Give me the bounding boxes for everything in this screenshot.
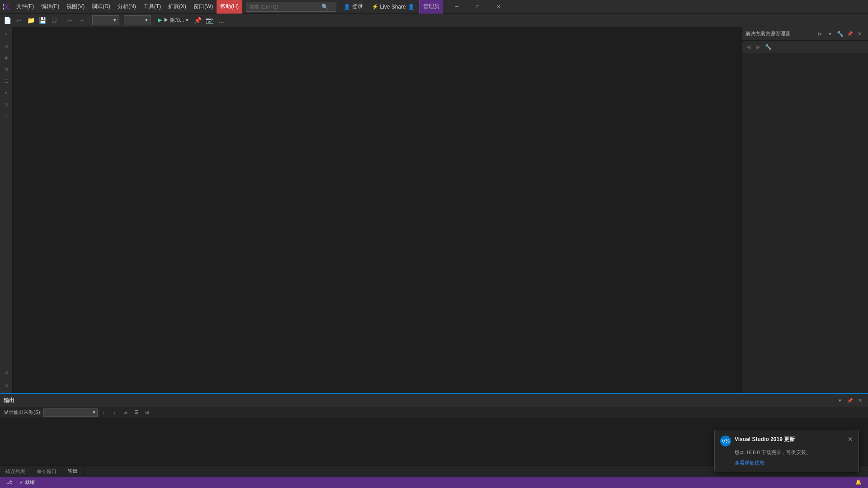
toolbar-camera[interactable]: 📷 — [204, 15, 215, 26]
toolbar-pin[interactable]: 📌 — [192, 15, 203, 26]
sidebar-icon-3[interactable]: ◉ — [1, 52, 12, 63]
notif-vs-icon: VS — [720, 436, 731, 446]
live-share-button[interactable]: ⚡ Live Share 👤 — [367, 0, 419, 14]
status-ready[interactable]: ✓ 就绪 — [17, 477, 38, 488]
sidebar-icon-7[interactable]: ⊟ — [1, 99, 12, 110]
output-toolbar-btn1[interactable]: ↑ — [99, 408, 108, 417]
run-icon: ▶ — [158, 17, 162, 23]
platform-chevron: ▾ — [145, 17, 148, 23]
search-icon[interactable]: 🔍 — [321, 4, 328, 10]
toolbar-open[interactable]: 📁 — [25, 15, 36, 26]
notif-action-link[interactable]: 查看详细信息 — [735, 460, 764, 465]
notif-action: 查看详细信息 — [735, 460, 853, 466]
sidebar-icon-bottom-2[interactable]: ⊞ — [1, 380, 12, 391]
output-controls: ▾ 📌 ✕ — [835, 396, 864, 405]
tab-output[interactable]: 输出 — [62, 466, 84, 477]
run-attach-button[interactable]: ▶ ▶ 附加... ▾ — [156, 15, 191, 25]
output-toolbar-btn2[interactable]: ↓ — [110, 408, 119, 417]
menu-bar: 文件(F) 编辑(E) 视图(V) 调试(D) 分析(N) 工具(T) 扩展(X… — [0, 0, 868, 14]
sidebar-icon-6[interactable]: ≡ — [1, 88, 12, 99]
app-icon — [2, 2, 11, 11]
search-input[interactable] — [249, 4, 321, 9]
panel-chevron-btn[interactable]: ⊳ — [816, 29, 825, 38]
sidebar-icon-2[interactable]: ⊞ — [1, 41, 12, 52]
status-bar: ⎇ ✓ 就绪 🔔 — [0, 477, 868, 488]
status-notification-icon[interactable]: 🔔 — [853, 477, 864, 488]
editor-area — [13, 27, 741, 393]
left-sidebar: ≡ ⊞ ◉ ⊟ ☰ ≡ ⊟ □ ⊡ ⊞ — [0, 27, 13, 393]
output-title: 输出 — [4, 397, 14, 404]
toolbar-platform-dropdown[interactable]: ▾ — [124, 15, 151, 25]
minimize-button[interactable]: ─ — [447, 0, 467, 14]
notif-body: 版本 16.8.0 下载完毕，可供安装。 — [735, 449, 853, 456]
output-toolbar-btn4[interactable]: ☰ — [132, 408, 141, 417]
right-panel: 解决方案资源管理器 ⊳ ▾ 🔧 📌 ✕ ◀ ▶ 🔧 — [741, 27, 868, 393]
panel-toolbar-back[interactable]: ◀ — [744, 42, 753, 52]
ready-icon: ✓ — [19, 479, 24, 485]
toolbar-undo-btn[interactable]: ↩ — [65, 15, 75, 26]
menu-help[interactable]: 帮助(H) — [217, 0, 242, 14]
status-branch-icon[interactable]: ⎇ — [4, 477, 15, 488]
toolbar-save[interactable]: 💾 — [37, 15, 48, 26]
panel-header: 解决方案资源管理器 ⊳ ▾ 🔧 📌 ✕ — [742, 27, 868, 41]
window-controls: ─ □ ✕ — [447, 0, 509, 14]
toolbar-separator-1 — [62, 17, 62, 24]
toolbar-config-dropdown[interactable]: ▾ — [92, 15, 119, 25]
sidebar-icon-4[interactable]: ⊟ — [1, 64, 12, 75]
panel-collapse-btn[interactable]: ▾ — [826, 29, 835, 38]
source-chevron: ▾ — [93, 409, 95, 415]
feedback-button[interactable]: 管理员 — [419, 0, 443, 14]
notif-title: Visual Studio 2019 更新 — [735, 436, 795, 443]
search-box[interactable]: 🔍 — [246, 2, 336, 12]
toolbar-separator-2 — [90, 17, 90, 24]
toolbar-more[interactable]: … — [216, 15, 226, 26]
output-close-btn[interactable]: ✕ — [855, 396, 864, 405]
toolbar-new-project[interactable]: 📄 — [2, 15, 13, 26]
output-toolbar-btn5[interactable]: ⊞ — [143, 408, 152, 417]
menu-extensions[interactable]: 扩展(X) — [165, 0, 190, 14]
panel-toolbar: ◀ ▶ 🔧 — [742, 41, 868, 53]
maximize-button[interactable]: □ — [467, 0, 488, 14]
menu-debug[interactable]: 调试(D) — [88, 0, 114, 14]
live-share-label: ⚡ Live Share — [372, 4, 406, 10]
panel-toolbar-props[interactable]: 🔧 — [764, 42, 773, 52]
tab-cmd[interactable]: 命令窗口 — [31, 466, 62, 477]
toolbar-undo[interactable]: ↩ — [14, 15, 24, 26]
run-chevron: ▾ — [186, 17, 189, 23]
toolbar-save-all[interactable]: 🖫 — [49, 15, 60, 26]
menu-window[interactable]: 窗口(W) — [190, 0, 217, 14]
sidebar-icon-8[interactable]: □ — [1, 111, 12, 122]
output-toolbar-btn3[interactable]: ⊟ — [121, 408, 130, 417]
sidebar-icon-5[interactable]: ☰ — [1, 76, 12, 87]
tab-errors[interactable]: 错误列表 — [0, 466, 31, 477]
notif-close-button[interactable]: ✕ — [848, 436, 853, 443]
output-chevron-btn[interactable]: ▾ — [835, 396, 844, 405]
menu-analyze[interactable]: 分析(N) — [114, 0, 140, 14]
menu-view[interactable]: 视图(V) — [63, 0, 88, 14]
menu-tools[interactable]: 工具(T) — [140, 0, 165, 14]
login-label: 登录 — [352, 3, 363, 10]
panel-toolbar-forward[interactable]: ▶ — [754, 42, 763, 52]
config-chevron: ▾ — [113, 17, 116, 23]
panel-pin-btn[interactable]: 📌 — [845, 29, 854, 38]
toolbar: 📄 ↩ 📁 💾 🖫 ↩ ↪ ▾ ▾ ▶ ▶ 附加... ▾ 📌 📷 … — [0, 14, 868, 27]
share-icon: 👤 — [408, 4, 415, 10]
run-label: ▶ 附加... — [164, 17, 184, 23]
menu-edit[interactable]: 编辑(E) — [38, 0, 63, 14]
ready-label: 就绪 — [25, 479, 35, 486]
branch-icon: ⎇ — [6, 479, 12, 485]
output-header: 输出 ▾ 📌 ✕ — [0, 394, 868, 407]
login-button[interactable]: 👤 登录 — [340, 0, 367, 14]
output-toolbar: 显示输出来源(S): ▾ ↑ ↓ ⊟ ☰ ⊞ — [0, 407, 868, 418]
notif-header: VS Visual Studio 2019 更新 ✕ — [720, 436, 853, 446]
sidebar-icon-bottom-1[interactable]: ⊡ — [1, 367, 12, 378]
close-button[interactable]: ✕ — [488, 0, 509, 14]
panel-close-btn[interactable]: ✕ — [855, 29, 864, 38]
output-pin-btn[interactable]: 📌 — [845, 396, 854, 405]
panel-wrench-btn[interactable]: 🔧 — [835, 29, 844, 38]
menu-file[interactable]: 文件(F) — [13, 0, 38, 14]
source-label: 显示输出来源(S): — [4, 409, 42, 416]
source-select[interactable]: ▾ — [43, 408, 98, 417]
toolbar-redo-btn[interactable]: ↪ — [76, 15, 87, 26]
main-content: ≡ ⊞ ◉ ⊟ ☰ ≡ ⊟ □ ⊡ ⊞ 解决方案资源管理器 ⊳ ▾ 🔧 📌 ✕ … — [0, 27, 868, 393]
